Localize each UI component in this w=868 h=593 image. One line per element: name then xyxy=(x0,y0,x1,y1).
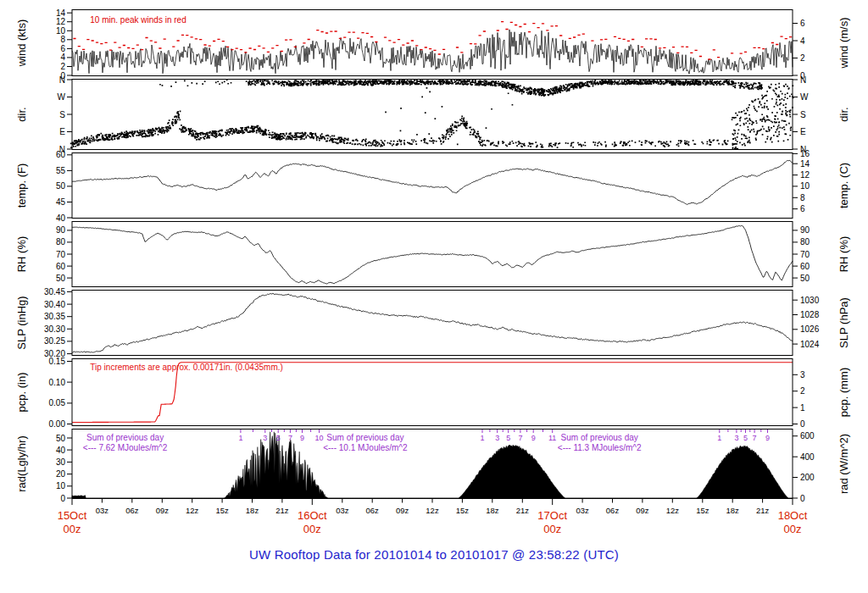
svg-text:2: 2 xyxy=(60,62,65,71)
svg-text:14: 14 xyxy=(56,8,66,18)
pcp-right-axis-label: pcp. (mm) xyxy=(837,368,850,418)
svg-text:00z: 00z xyxy=(64,523,81,535)
rh-left-axis-label: RH (%) xyxy=(15,236,28,273)
svg-text:N: N xyxy=(59,75,65,85)
svg-text:0.00: 0.00 xyxy=(49,419,66,429)
svg-text:17Oct: 17Oct xyxy=(537,509,567,522)
svg-text:30.30: 30.30 xyxy=(44,324,65,334)
svg-text:09z: 09z xyxy=(156,506,170,515)
svg-text:60: 60 xyxy=(56,150,66,159)
svg-text:Tip increments are approx. 0.0: Tip increments are approx. 0.00171in. (0… xyxy=(90,363,283,372)
svg-text:30: 30 xyxy=(56,457,66,467)
svg-text:7: 7 xyxy=(288,434,292,442)
svg-text:15Oct: 15Oct xyxy=(58,509,87,522)
svg-text:9: 9 xyxy=(531,434,536,442)
panel-slp-plot: 30.2030.2530.3030.3530.4030.451024102610… xyxy=(0,290,868,356)
panel-rad-plot: 1357910135791113579Sum of previous day<-… xyxy=(0,429,868,499)
temp-right-axis-label: temp. (C) xyxy=(837,163,850,208)
svg-text:<--- 7.62 MJoules/m^2: <--- 7.62 MJoules/m^2 xyxy=(83,443,168,452)
svg-text:00z: 00z xyxy=(784,523,802,535)
svg-text:03z: 03z xyxy=(96,506,109,515)
svg-text:N: N xyxy=(800,75,806,85)
svg-text:03z: 03z xyxy=(336,506,349,515)
svg-text:8: 8 xyxy=(800,193,805,202)
svg-text:<--- 10.1 MJoules/m^2: <--- 10.1 MJoules/m^2 xyxy=(323,443,408,452)
svg-text:4: 4 xyxy=(60,53,65,62)
svg-text:16Oct: 16Oct xyxy=(298,509,327,522)
svg-text:7: 7 xyxy=(518,434,522,442)
svg-text:1: 1 xyxy=(480,434,484,442)
svg-text:21z: 21z xyxy=(275,506,289,515)
svg-text:12z: 12z xyxy=(666,506,680,515)
wind-right-axis-label: wind (m/s) xyxy=(837,18,850,69)
slp-left-axis-label: SLP (inHg) xyxy=(15,296,28,349)
svg-text:70: 70 xyxy=(800,250,810,259)
svg-text:3: 3 xyxy=(800,370,805,380)
svg-text:0.15: 0.15 xyxy=(49,357,66,366)
svg-text:18Oct: 18Oct xyxy=(778,509,808,522)
svg-text:10 min. peak winds in red: 10 min. peak winds in red xyxy=(90,15,186,25)
svg-text:W: W xyxy=(58,92,66,102)
svg-text:45: 45 xyxy=(56,197,66,207)
dir-right-axis-label: dir. xyxy=(837,107,850,121)
svg-text:18z: 18z xyxy=(486,506,499,515)
svg-text:S: S xyxy=(59,110,65,119)
svg-text:1028: 1028 xyxy=(800,310,820,319)
svg-text:Sum of previous day: Sum of previous day xyxy=(326,433,403,442)
svg-text:20: 20 xyxy=(56,469,66,479)
svg-text:10: 10 xyxy=(56,481,66,490)
panel-rh-plot: 50607080905060708090RH (%)RH (%) xyxy=(0,221,868,287)
svg-text:15z: 15z xyxy=(215,506,229,515)
svg-text:6: 6 xyxy=(800,204,805,213)
svg-text:8: 8 xyxy=(60,35,65,44)
svg-text:1: 1 xyxy=(238,434,242,442)
svg-text:12: 12 xyxy=(56,17,66,26)
svg-text:1: 1 xyxy=(800,403,805,413)
svg-text:7: 7 xyxy=(753,434,757,442)
svg-text:3: 3 xyxy=(495,434,499,442)
svg-text:Sum of previous day: Sum of previous day xyxy=(86,433,164,442)
svg-text:9: 9 xyxy=(765,434,770,442)
svg-text:30.45: 30.45 xyxy=(44,287,65,296)
svg-text:18z: 18z xyxy=(726,506,740,515)
svg-text:Sum of previous day: Sum of previous day xyxy=(561,433,638,442)
svg-text:4: 4 xyxy=(800,36,805,46)
svg-text:10: 10 xyxy=(800,181,810,191)
svg-text:06z: 06z xyxy=(606,506,620,515)
svg-text:09z: 09z xyxy=(636,506,649,515)
svg-text:60: 60 xyxy=(800,262,810,271)
svg-text:40: 40 xyxy=(56,446,66,455)
svg-text:90: 90 xyxy=(56,225,66,235)
svg-text:30.25: 30.25 xyxy=(44,336,65,346)
svg-text:1024: 1024 xyxy=(800,340,820,349)
panel-pcp-plot: Tip increments are approx. 0.00171in. (0… xyxy=(0,358,868,426)
svg-text:50: 50 xyxy=(56,181,66,191)
panel-wind-plot: 10 min. peak winds in red024681012140246… xyxy=(0,9,868,76)
svg-text:15z: 15z xyxy=(696,506,709,515)
svg-text:11: 11 xyxy=(548,434,556,442)
svg-text:80: 80 xyxy=(800,237,810,247)
time-axis: 03z06z09z12z15z18z21z03z06z09z12z15z18z2… xyxy=(0,498,868,547)
panel-temp-plot: 40455055606810121416temp. (F)temp. (C) xyxy=(0,152,868,219)
rad-right-axis-label: rad (W/m^2) xyxy=(837,434,850,494)
svg-text:55: 55 xyxy=(56,166,66,175)
svg-text:2: 2 xyxy=(800,386,805,396)
svg-text:S: S xyxy=(800,110,806,119)
svg-text:06z: 06z xyxy=(125,506,139,515)
svg-text:E: E xyxy=(59,127,65,136)
svg-text:60: 60 xyxy=(56,262,66,271)
svg-text:10: 10 xyxy=(56,26,66,36)
wind-left-axis-label: wind (kts) xyxy=(15,19,28,68)
rad-left-axis-label: rad(Lgly/hr) xyxy=(15,435,28,491)
svg-text:12: 12 xyxy=(800,170,810,180)
svg-text:0: 0 xyxy=(800,419,805,429)
svg-text:21z: 21z xyxy=(516,506,530,515)
svg-text:12z: 12z xyxy=(426,506,439,515)
svg-text:6: 6 xyxy=(800,19,805,28)
panel-dir-plot: NESWNNESWNdir.dir. xyxy=(0,79,868,150)
svg-text:09z: 09z xyxy=(396,506,409,515)
svg-text:80: 80 xyxy=(56,237,66,247)
svg-text:30.35: 30.35 xyxy=(44,312,65,321)
svg-text:14: 14 xyxy=(800,159,810,169)
svg-text:<--- 11.3 MJoules/m^2: <--- 11.3 MJoules/m^2 xyxy=(558,443,642,452)
